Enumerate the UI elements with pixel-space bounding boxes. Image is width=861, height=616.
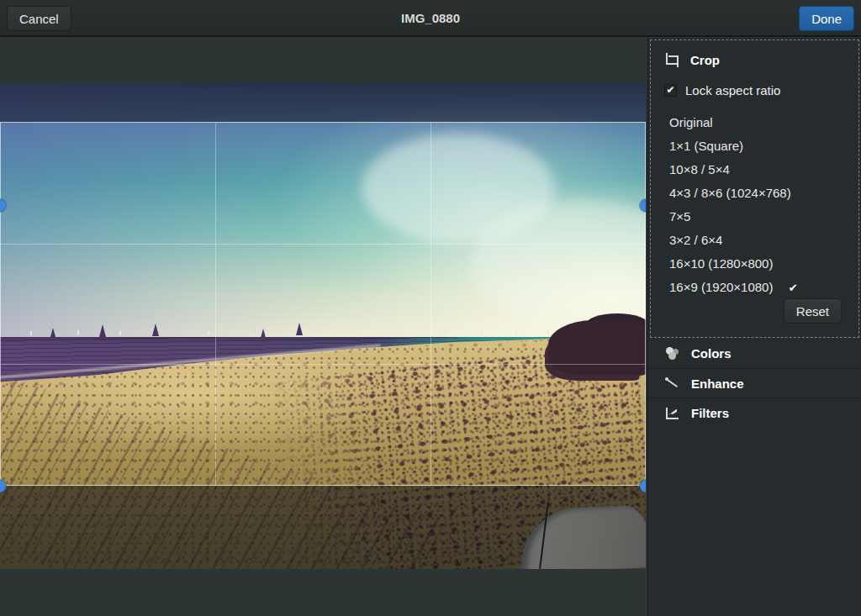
photos-editor-window: Cancel IMG_0880 Done: [0, 0, 861, 616]
crop-section: Crop ✔ Lock aspect ratio Original 1×1 (S…: [650, 39, 859, 338]
aspect-option-16x9-label: 16×9 (1920×1080): [669, 280, 773, 294]
thirds-gridline: [1, 244, 645, 245]
aspect-option-original[interactable]: Original: [664, 111, 845, 134]
aspect-option-1x1[interactable]: 1×1 (Square): [664, 134, 845, 158]
aspect-option-7x5[interactable]: 7×5: [664, 205, 845, 229]
lock-aspect-ratio-checkbox-row[interactable]: ✔ Lock aspect ratio: [664, 82, 845, 97]
selected-checkmark-icon: ✔: [789, 282, 798, 294]
lock-aspect-ratio-label: Lock aspect ratio: [685, 83, 780, 97]
colors-icon: [665, 346, 679, 361]
thirds-gridline: [1, 364, 645, 365]
aspect-option-3x2[interactable]: 3×2 / 6×4: [664, 229, 845, 252]
aspect-option-16x10[interactable]: 16×10 (1280×800): [664, 252, 845, 276]
tool-row-enhance[interactable]: Enhance: [648, 368, 861, 398]
window-title: IMG_0880: [0, 11, 861, 25]
aspect-option-4x3[interactable]: 4×3 / 8×6 (1024×768): [664, 182, 845, 205]
header-bar: Cancel IMG_0880 Done: [0, 0, 861, 37]
tool-row-filters[interactable]: Filters: [648, 398, 861, 427]
filters-icon: [665, 406, 679, 420]
crop-section-header[interactable]: Crop: [664, 50, 845, 69]
crop-dim-overlay-top: [0, 83, 646, 122]
aspect-ratio-list: Original 1×1 (Square) 10×8 / 5×4 4×3 / 8…: [664, 111, 845, 299]
colors-label: Colors: [691, 346, 732, 361]
tool-row-colors[interactable]: Colors: [648, 339, 861, 368]
reset-button[interactable]: Reset: [784, 298, 842, 324]
crop-rectangle[interactable]: [0, 122, 646, 486]
done-button[interactable]: Done: [799, 6, 854, 31]
thirds-gridline: [430, 123, 431, 485]
thirds-gridline: [215, 123, 216, 485]
aspect-option-10x8[interactable]: 10×8 / 5×4: [664, 158, 845, 182]
filters-label: Filters: [691, 406, 729, 420]
aspect-option-16x9[interactable]: 16×9 (1920×1080) ✔: [664, 276, 845, 299]
photo-canvas[interactable]: [0, 83, 646, 569]
crop-dim-overlay-bottom: [0, 486, 646, 569]
enhance-icon: [665, 376, 679, 391]
crop-icon: [664, 53, 679, 67]
edit-tools-panel: Crop ✔ Lock aspect ratio Original 1×1 (S…: [647, 38, 861, 616]
checkbox-checked-icon[interactable]: ✔: [664, 84, 677, 97]
crop-section-label: Crop: [690, 53, 720, 67]
enhance-label: Enhance: [691, 376, 744, 391]
